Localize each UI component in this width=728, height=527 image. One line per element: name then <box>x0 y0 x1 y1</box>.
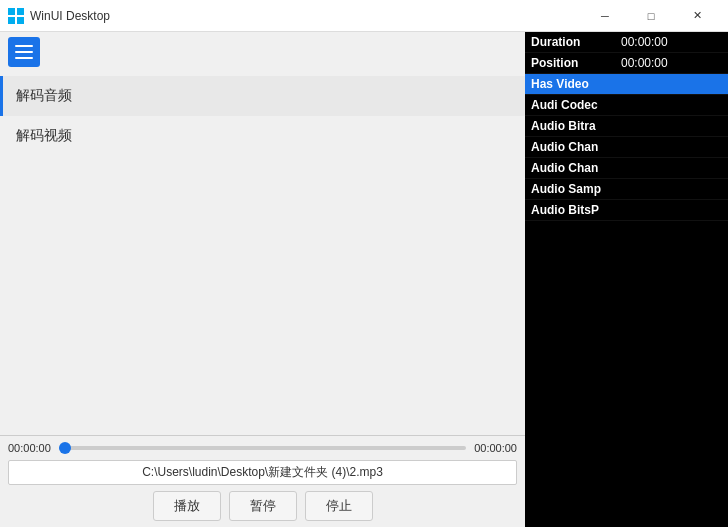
info-row-8: Audio BitsP <box>525 200 728 221</box>
info-row-0: Duration00:00:00 <box>525 32 728 53</box>
info-label-2: Has Video <box>531 77 621 91</box>
progress-thumb[interactable] <box>59 442 71 454</box>
nav-item-label: 解码视频 <box>16 127 72 145</box>
title-bar: WinUI Desktop ─ □ ✕ <box>0 0 728 32</box>
svg-rect-3 <box>17 17 24 24</box>
main-layout: 解码音频 解码视频 00:00:00 00:00:00 C:\Users\lud… <box>0 32 728 527</box>
controls-row: 播放 暂停 停止 <box>8 491 517 521</box>
info-label-3: Audi Codec <box>531 98 621 112</box>
end-time: 00:00:00 <box>474 442 517 454</box>
current-time: 00:00:00 <box>8 442 51 454</box>
info-row-6: Audio Chan <box>525 158 728 179</box>
info-row-5: Audio Chan <box>525 137 728 158</box>
video-area <box>525 221 728 527</box>
hamburger-line-3 <box>15 57 33 59</box>
file-path-row: C:\Users\ludin\Desktop\新建文件夹 (4)\2.mp3 <box>8 460 517 485</box>
toolbar <box>0 32 525 72</box>
close-button[interactable]: ✕ <box>674 0 720 32</box>
pause-button[interactable]: 暂停 <box>229 491 297 521</box>
info-label-0: Duration <box>531 35 621 49</box>
info-value-0: 00:00:00 <box>621 35 668 49</box>
svg-rect-1 <box>17 8 24 15</box>
play-button[interactable]: 播放 <box>153 491 221 521</box>
info-label-8: Audio BitsP <box>531 203 621 217</box>
info-row-4: Audio Bitra <box>525 116 728 137</box>
svg-rect-0 <box>8 8 15 15</box>
progress-row: 00:00:00 00:00:00 <box>8 442 517 454</box>
info-label-6: Audio Chan <box>531 161 621 175</box>
nav-list: 解码音频 解码视频 <box>0 72 525 435</box>
info-value-1: 00:00:00 <box>621 56 668 70</box>
stop-button[interactable]: 停止 <box>305 491 373 521</box>
app-title: WinUI Desktop <box>30 9 582 23</box>
app-icon <box>8 8 24 24</box>
minimize-button[interactable]: ─ <box>582 0 628 32</box>
nav-item-decode-audio[interactable]: 解码音频 <box>0 76 525 116</box>
info-table: Duration00:00:00Position00:00:00Has Vide… <box>525 32 728 221</box>
menu-button[interactable] <box>8 37 40 67</box>
info-label-5: Audio Chan <box>531 140 621 154</box>
maximize-button[interactable]: □ <box>628 0 674 32</box>
hamburger-line-2 <box>15 51 33 53</box>
right-panel: Duration00:00:00Position00:00:00Has Vide… <box>525 32 728 527</box>
bottom-bar: 00:00:00 00:00:00 C:\Users\ludin\Desktop… <box>0 435 525 527</box>
progress-track[interactable] <box>59 446 466 450</box>
info-label-7: Audio Samp <box>531 182 621 196</box>
info-label-4: Audio Bitra <box>531 119 621 133</box>
info-label-1: Position <box>531 56 621 70</box>
info-row-2: Has Video <box>525 74 728 95</box>
info-row-1: Position00:00:00 <box>525 53 728 74</box>
left-panel: 解码音频 解码视频 00:00:00 00:00:00 C:\Users\lud… <box>0 32 525 527</box>
info-row-7: Audio Samp <box>525 179 728 200</box>
svg-rect-2 <box>8 17 15 24</box>
hamburger-line-1 <box>15 45 33 47</box>
nav-item-decode-video[interactable]: 解码视频 <box>0 116 525 156</box>
file-path: C:\Users\ludin\Desktop\新建文件夹 (4)\2.mp3 <box>8 460 517 485</box>
info-row-3: Audi Codec <box>525 95 728 116</box>
nav-item-label: 解码音频 <box>16 87 72 105</box>
window-controls: ─ □ ✕ <box>582 0 720 32</box>
